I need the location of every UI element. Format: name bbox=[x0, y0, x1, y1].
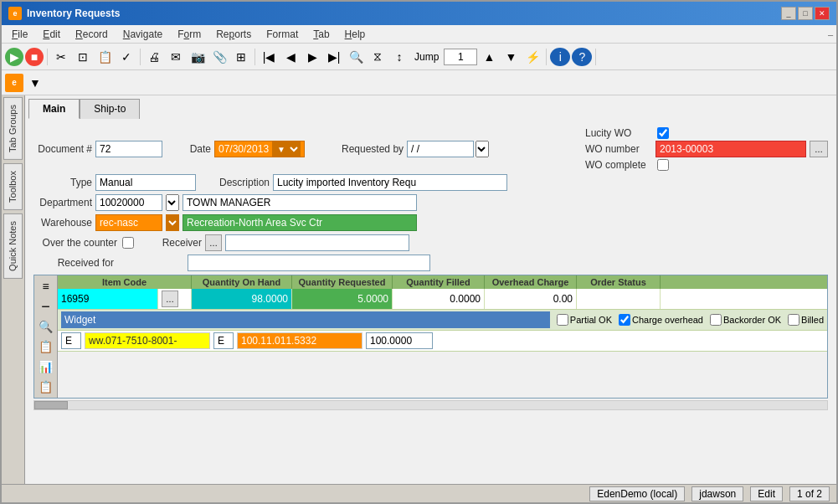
app-shortcut-icon[interactable]: e bbox=[5, 74, 23, 92]
menu-record[interactable]: Record bbox=[69, 27, 115, 42]
cell-overhead[interactable]: 0.00 bbox=[485, 289, 577, 309]
sub-col4[interactable] bbox=[237, 332, 362, 349]
document-input[interactable] bbox=[95, 141, 162, 157]
grid-icon-data[interactable]: 📊 bbox=[37, 357, 55, 376]
first-button[interactable]: |◀ bbox=[259, 47, 279, 67]
backorder-ok-label: Backorder OK bbox=[710, 314, 781, 326]
sub-col5[interactable] bbox=[366, 332, 433, 349]
lucity-wo-checkbox[interactable] bbox=[657, 127, 669, 139]
menu-help[interactable]: Help bbox=[338, 27, 373, 42]
jump-input[interactable] bbox=[444, 49, 477, 65]
scan-button[interactable]: 📷 bbox=[188, 47, 208, 67]
prev-button[interactable]: ◀ bbox=[280, 47, 301, 67]
grid-icon-minus[interactable]: − bbox=[37, 297, 55, 316]
side-tabs-container: Tab Groups Toolbox Quick Notes bbox=[2, 95, 25, 484]
grid-icon-search[interactable]: 🔍 bbox=[37, 317, 55, 336]
date-field[interactable]: 07/30/2013 ▼ bbox=[214, 141, 305, 157]
print-button[interactable]: 🖨 bbox=[144, 47, 164, 67]
dropdown-button[interactable]: ▼ bbox=[25, 73, 45, 93]
receiver-browse-button[interactable]: … bbox=[205, 234, 222, 251]
info-button[interactable]: i bbox=[550, 48, 570, 66]
menu-edit[interactable]: Edit bbox=[36, 27, 67, 42]
cut-button[interactable]: ✂ bbox=[51, 47, 71, 67]
form-row-5: Over the counter Receiver … bbox=[33, 234, 828, 251]
jump-down-button[interactable]: ▼ bbox=[501, 47, 521, 67]
tab-main[interactable]: Main bbox=[28, 99, 80, 119]
department-dropdown[interactable]: ▼ bbox=[166, 194, 179, 211]
cell-qty-on-hand[interactable]: 98.0000 bbox=[192, 289, 292, 309]
item-browse-btn[interactable]: … bbox=[162, 291, 178, 307]
go-button[interactable]: ▶ bbox=[5, 48, 23, 66]
wo-number-input[interactable] bbox=[655, 141, 806, 157]
billed-checkbox[interactable] bbox=[788, 314, 799, 326]
warehouse-dropdown[interactable]: ▼ bbox=[166, 214, 179, 231]
department-name-input[interactable] bbox=[183, 194, 417, 211]
toolbox-tab[interactable]: Toolbox bbox=[3, 163, 23, 210]
menu-format[interactable]: Format bbox=[260, 27, 305, 42]
requested-by-label: Requested by bbox=[328, 143, 404, 155]
help-button[interactable]: ? bbox=[572, 48, 592, 66]
sub-col3[interactable] bbox=[213, 332, 234, 349]
mail-button[interactable]: ✉ bbox=[166, 47, 186, 67]
type-input[interactable] bbox=[95, 174, 196, 191]
menu-tab[interactable]: Tab bbox=[306, 27, 336, 42]
requested-by-dropdown[interactable]: ▼ bbox=[476, 141, 489, 157]
horizontal-scrollbar[interactable] bbox=[33, 400, 828, 410]
cell-qty-filled[interactable]: 0.0000 bbox=[393, 289, 485, 309]
sort-button[interactable]: ↕ bbox=[389, 47, 409, 67]
cell-qty-requested[interactable]: 5.0000 bbox=[292, 289, 393, 309]
copy-button[interactable]: ⊡ bbox=[73, 47, 93, 67]
received-for-input[interactable] bbox=[188, 255, 430, 271]
grid-sub-detail-row bbox=[58, 331, 827, 352]
receiver-input[interactable] bbox=[225, 234, 409, 251]
menu-bar: File Edit Record Navigate Form Reports F… bbox=[2, 25, 836, 44]
warehouse-name-input[interactable] bbox=[183, 214, 417, 231]
description-input[interactable] bbox=[273, 174, 507, 191]
type-label: Type bbox=[33, 177, 92, 188]
maximize-button[interactable]: □ bbox=[798, 7, 813, 20]
partial-ok-checkbox[interactable] bbox=[557, 314, 568, 326]
grid-left-icons: ≡ − 🔍 📋 📊 📋 bbox=[34, 275, 58, 398]
form-row-2: Type Description bbox=[33, 174, 828, 191]
detail-description-input[interactable] bbox=[61, 311, 550, 328]
date-dropdown[interactable]: ▼ bbox=[272, 141, 301, 157]
tab-ship-to[interactable]: Ship-to bbox=[80, 99, 140, 119]
attach-button[interactable]: 📎 bbox=[209, 47, 229, 67]
grid-icon-extra[interactable]: 📋 bbox=[37, 378, 55, 396]
wo-browse-button[interactable]: … bbox=[810, 141, 828, 157]
sub-col2[interactable] bbox=[85, 332, 210, 349]
menu-reports[interactable]: Reports bbox=[209, 27, 258, 42]
menu-form[interactable]: Form bbox=[171, 27, 208, 42]
check-button[interactable]: ✓ bbox=[116, 47, 136, 67]
grid-detail-row: Partial OK Charge overhead Backorder OK … bbox=[58, 310, 827, 331]
find-button[interactable]: 🔍 bbox=[346, 47, 366, 67]
tab-groups-tab[interactable]: Tab Groups bbox=[3, 97, 23, 160]
filter-button[interactable]: ⧖ bbox=[368, 47, 388, 67]
menu-navigate[interactable]: Navigate bbox=[116, 27, 169, 42]
window-controls[interactable]: _ □ ✕ bbox=[781, 7, 830, 20]
backorder-ok-checkbox[interactable] bbox=[710, 314, 722, 326]
cell-item-code[interactable]: 16959 bbox=[58, 289, 158, 309]
sub-col1[interactable] bbox=[61, 332, 81, 349]
quick-notes-tab[interactable]: Quick Notes bbox=[3, 213, 23, 279]
warehouse-input[interactable] bbox=[95, 214, 162, 231]
cell-order-status[interactable] bbox=[577, 289, 661, 309]
stop-button[interactable]: ■ bbox=[25, 48, 44, 66]
jump-up-button[interactable]: ▲ bbox=[479, 47, 499, 67]
wo-complete-checkbox[interactable] bbox=[657, 159, 669, 171]
last-button[interactable]: ▶| bbox=[324, 47, 344, 67]
paste-button[interactable]: 📋 bbox=[95, 47, 115, 67]
menu-file[interactable]: File bbox=[5, 27, 34, 42]
requested-by-input[interactable] bbox=[407, 141, 474, 157]
lightning-button[interactable]: ⚡ bbox=[522, 47, 542, 67]
next-button[interactable]: ▶ bbox=[302, 47, 322, 67]
grid-icon-copy[interactable]: 📋 bbox=[37, 337, 55, 356]
grid-icon-1[interactable]: ≡ bbox=[37, 277, 55, 296]
department-input[interactable] bbox=[95, 194, 162, 211]
over-counter-checkbox[interactable] bbox=[122, 237, 134, 249]
charge-overhead-checkbox[interactable] bbox=[619, 314, 630, 326]
minimize-button[interactable]: _ bbox=[781, 7, 796, 20]
close-button[interactable]: ✕ bbox=[815, 7, 830, 20]
table-row[interactable]: 16959 … 98.0000 5.0000 bbox=[58, 289, 827, 310]
expand-button[interactable]: ⊞ bbox=[231, 47, 251, 67]
